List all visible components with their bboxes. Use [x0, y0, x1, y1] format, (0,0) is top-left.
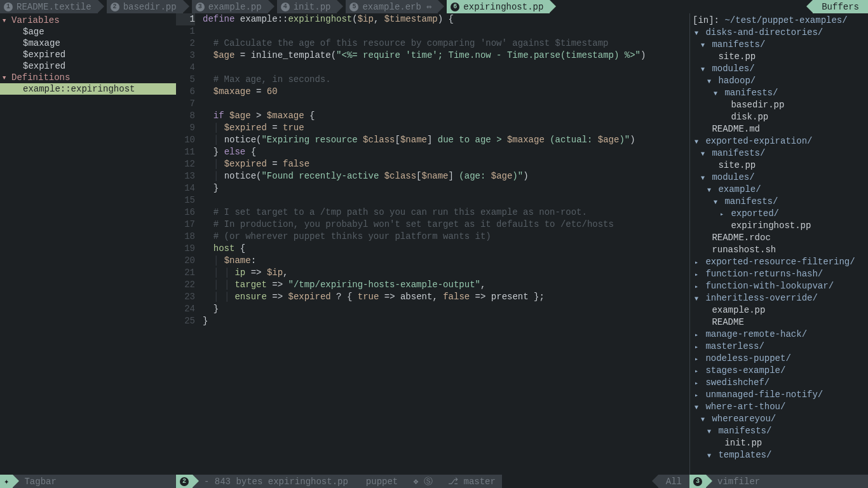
line-number: 8	[176, 110, 195, 122]
tree-label: expiringhost.pp	[731, 220, 811, 231]
code-line[interactable]	[203, 98, 689, 110]
code-line[interactable]	[203, 25, 689, 37]
code-line[interactable]: │ $expired = false	[203, 158, 689, 170]
line-number: 2	[176, 37, 195, 50]
tree-file[interactable]: example.pp	[690, 304, 868, 316]
tab-label: example.pp	[208, 2, 262, 12]
code-line[interactable]: host {	[203, 243, 689, 255]
code-line[interactable]: │ notice("Found recently-active $class[$…	[203, 170, 689, 182]
tagbar-section[interactable]: Variables	[0, 15, 176, 26]
code-line[interactable]: $age = inline_template("<%= require 'tim…	[203, 50, 689, 62]
tree-dir[interactable]: ▼ inheritless-override/	[690, 292, 868, 304]
tree-label: exported-expiration/	[705, 136, 812, 146]
code-line[interactable]: if $age > $maxage {	[203, 110, 689, 122]
chevron-icon: ▼	[699, 39, 707, 51]
tree-dir[interactable]: ▼ manifests/	[690, 147, 868, 159]
tagbar-item[interactable]: $age	[0, 26, 176, 37]
tab-basedir-pp[interactable]: 2basedir.pp	[107, 0, 183, 13]
line-number: 22	[176, 279, 195, 291]
tagbar-item[interactable]: $maxage	[0, 37, 176, 49]
code-line[interactable]: }	[203, 182, 689, 194]
code-line[interactable]: │ │ ensure => $expired ? { true => absen…	[203, 291, 689, 303]
tree-dir[interactable]: ▼ manifests/	[690, 87, 868, 99]
tree-file[interactable]: site.pp	[690, 51, 868, 63]
code-line[interactable]: # I set target to a /tmp path so you can…	[203, 207, 689, 219]
code-line[interactable]	[203, 62, 689, 74]
code-line[interactable]: │ │ ip => $ip,	[203, 267, 689, 279]
code-line[interactable]	[203, 194, 689, 207]
code-line[interactable]: # In production, you probabyl won't set …	[203, 219, 689, 231]
code-line[interactable]: # (or wherever puppet thinks your platfo…	[203, 231, 689, 243]
line-number: 21	[176, 267, 195, 279]
line-number: 3	[176, 50, 195, 62]
tree-dir[interactable]: ▸ nodeless-puppet/	[690, 353, 868, 365]
tree-dir[interactable]: ▼ example/	[690, 184, 868, 196]
code-line[interactable]: $maxage = 60	[203, 86, 689, 98]
code-line[interactable]: │ $name:	[203, 255, 689, 267]
tree-file[interactable]: README.md	[690, 123, 868, 135]
tree-dir[interactable]: ▸ stages-example/	[690, 365, 868, 377]
code-line[interactable]: │ $expired = true	[203, 122, 689, 134]
tab-example-pp[interactable]: 3example.pp	[192, 0, 268, 13]
tree-file[interactable]: site.pp	[690, 159, 868, 172]
line-number: 19	[176, 243, 195, 255]
tree-dir[interactable]: ▼ exported-expiration/	[690, 135, 868, 147]
code-line[interactable]: define example::expiringhost($ip, $times…	[203, 13, 689, 25]
code-area[interactable]: define example::expiringhost($ip, $times…	[200, 13, 689, 475]
tagbar-item[interactable]: example::expiringhost	[0, 83, 176, 95]
code-line[interactable]: } else {	[203, 146, 689, 158]
tree-dir[interactable]: ▸ function-returns-hash/	[690, 268, 868, 280]
tree-dir[interactable]: ▼ where-art-thou/	[690, 401, 868, 413]
tab-example-erb[interactable]: 5example.erb⇔	[346, 0, 438, 13]
editor-pane[interactable]: 1123456789101112131415161718192021222324…	[176, 13, 689, 475]
tagbar-item[interactable]: $expired	[0, 60, 176, 72]
buffers-button[interactable]: Buffers	[813, 0, 868, 13]
tab-label: example.erb	[362, 2, 421, 12]
chevron-icon: ▼	[699, 172, 707, 184]
tab-label: expiringhost.pp	[463, 2, 543, 12]
chevron-icon: ▸	[693, 377, 700, 390]
tree-dir[interactable]: ▸ function-with-lookupvar/	[690, 280, 868, 292]
tree-label: example.pp	[712, 305, 765, 315]
tree-dir[interactable]: ▼ disks-and-directories/	[690, 27, 868, 39]
code-line[interactable]: }	[203, 315, 689, 327]
chevron-icon: ▸	[693, 269, 700, 281]
tree-file[interactable]: README.rdoc	[690, 232, 868, 244]
tree-dir[interactable]: ▸ swedishchef/	[690, 377, 868, 389]
tree-dir[interactable]: ▼ modules/	[690, 63, 868, 75]
tree-file[interactable]: disk.pp	[690, 111, 868, 123]
tab-init-pp[interactable]: 4init.pp	[277, 0, 337, 13]
tab-README-textile[interactable]: 1README.textile	[0, 0, 98, 13]
line-number: 7	[176, 98, 195, 110]
tree-file[interactable]: basedir.pp	[690, 99, 868, 111]
code-line[interactable]: │ notice("Expiring resource $class[$name…	[203, 134, 689, 146]
tree-file[interactable]: init.pp	[690, 437, 868, 449]
tree-dir[interactable]: ▼ manifests/	[690, 39, 868, 51]
tagbar-section[interactable]: Definitions	[0, 72, 176, 83]
tree-file[interactable]: runashost.sh	[690, 244, 868, 256]
tree-dir[interactable]: ▼ templates/	[690, 449, 868, 461]
tree-dir[interactable]: ▼ modules/	[690, 172, 868, 184]
tree-file[interactable]: expiringhost.pp	[690, 220, 868, 232]
tree-file[interactable]: README	[690, 316, 868, 329]
tree-dir[interactable]: ▸ exported/	[690, 208, 868, 220]
code-line[interactable]: │ │ target => "/tmp/expiring-hosts-examp…	[203, 279, 689, 291]
mode-indicator: 2	[176, 475, 193, 488]
line-number: 16	[176, 207, 195, 219]
tab-expiringhost-pp[interactable]: 6expiringhost.pp	[447, 0, 550, 13]
tree-dir[interactable]: ▸ unmanaged-file-notify/	[690, 389, 868, 401]
code-line[interactable]: }	[203, 303, 689, 315]
tree-dir[interactable]: ▸ masterless/	[690, 341, 868, 353]
tree-dir[interactable]: ▼ manifests/	[690, 196, 868, 208]
tree-dir[interactable]: ▼ manifests/	[690, 425, 868, 437]
tab-number: 5	[349, 3, 358, 11]
tree-dir[interactable]: ▸ exported-resource-filtering/	[690, 256, 868, 268]
chevron-icon: ▸	[693, 390, 700, 402]
tree-dir[interactable]: ▼ hadoop/	[690, 75, 868, 87]
code-line[interactable]: # Max age, in seconds.	[203, 74, 689, 86]
tagbar-item[interactable]: $expired	[0, 49, 176, 60]
tree-label: modules/	[712, 64, 754, 74]
tree-dir[interactable]: ▼ whereareyou/	[690, 413, 868, 425]
tree-dir[interactable]: ▸ manage-remote-hack/	[690, 329, 868, 341]
code-line[interactable]: # Calculate the age of this resource by …	[203, 37, 689, 50]
